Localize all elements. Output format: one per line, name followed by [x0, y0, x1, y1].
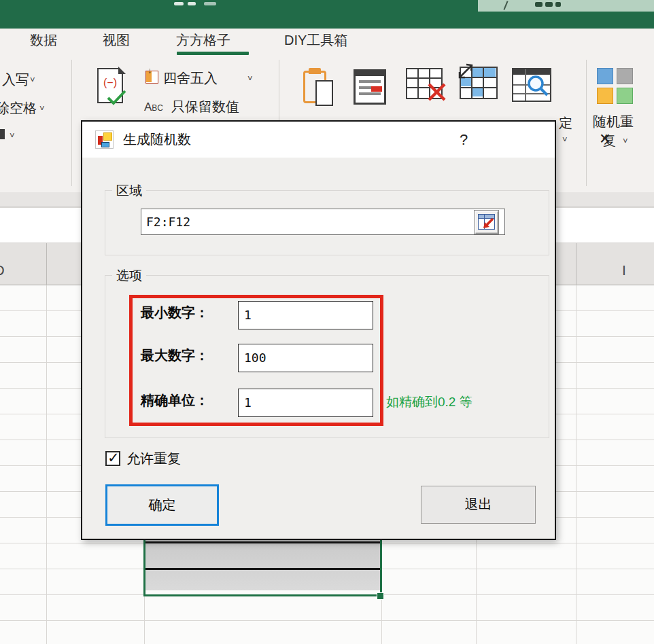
ribbon-item-case[interactable]: 入写 [2, 71, 29, 89]
cell-border [145, 541, 380, 543]
max-number-input[interactable]: 100 [238, 344, 373, 372]
precision-hint-text: 如精确到0.2 等 [386, 393, 472, 411]
ribbon-group-divider [71, 60, 72, 186]
allow-repeat-label: 允许重复 [126, 450, 181, 468]
keep-values-button[interactable]: 只保留数值 [171, 98, 239, 116]
chevron-down-icon: ˅ [10, 130, 15, 141]
pen-icon [503, 1, 508, 10]
share-button[interactable] [478, 0, 654, 12]
active-tab-underline [177, 52, 249, 55]
generate-random-dialog: 生成随机数 ? × 区域 F2:F12 选项 最小数字： 1 最大数字： 1 [81, 120, 556, 540]
document-summary-icon[interactable] [354, 69, 386, 105]
range-group-label: 区域 [112, 182, 146, 200]
dialog-title: 生成随机数 [123, 122, 191, 158]
precision-unit-label: 精确单位： [141, 391, 209, 410]
delete-table-icon[interactable] [406, 68, 443, 99]
dialog-titlebar[interactable]: 生成随机数 ? × [82, 122, 555, 158]
help-button[interactable]: ? [453, 122, 474, 158]
ribbon-item-remove-spaces[interactable]: 除空格 [0, 99, 37, 118]
chevron-down-icon: ˅ [30, 75, 35, 85]
chevron-down-icon: ˅ [623, 136, 628, 146]
rounding-icon: ↓ [145, 71, 158, 84]
locate-label-fragment: 定 [559, 114, 572, 132]
options-group-label: 选项 [112, 267, 146, 285]
random-repeat-icon[interactable] [597, 68, 635, 106]
close-icon[interactable]: × [591, 120, 619, 158]
clipped-glyph-fragment [0, 129, 5, 139]
tab-ffcell[interactable]: 方方格子 [176, 31, 230, 50]
abc-icon: Abc [144, 101, 163, 114]
excel-window: 数据 视图 方方格子 DIY工具箱 入写 ˅ 除空格 ˅ ˅ (−) ↓ 四舍五… [0, 0, 654, 644]
min-number-input[interactable]: 1 [238, 301, 373, 329]
ffcell-app-icon [95, 130, 114, 149]
tab-diy-toolbox[interactable]: DIY工具箱 [284, 31, 347, 50]
selected-range[interactable] [143, 535, 385, 603]
ok-button[interactable]: 确定 [105, 484, 219, 526]
ribbon-tab-row: 数据 视图 方方格子 DIY工具箱 [0, 29, 654, 56]
selection-border-right [380, 535, 382, 596]
numeric-check-icon[interactable]: (−) [97, 68, 124, 105]
column-header-i[interactable]: I [616, 262, 632, 279]
selection-border-left [143, 535, 145, 596]
clipped-text-fragment [555, 2, 561, 7]
window-title-fragment [204, 2, 216, 5]
find-locate-icon[interactable] [512, 68, 551, 102]
ribbon-group-divider [586, 60, 587, 186]
max-number-label: 最大数字： [141, 346, 209, 365]
range-input[interactable]: F2:F12 [141, 209, 505, 235]
range-picker-button[interactable] [474, 210, 499, 234]
allow-repeat-checkbox[interactable]: ✓ [105, 451, 120, 466]
fill-handle[interactable] [377, 592, 384, 600]
paste-clipboard-icon[interactable] [303, 68, 334, 107]
grid-vline [46, 285, 47, 644]
min-number-label: 最小数字： [141, 304, 209, 322]
window-titlebar [0, 0, 654, 29]
chevron-down-icon: ˅ [39, 103, 45, 113]
clipped-text-fragment [535, 2, 543, 7]
selection-border-bottom [143, 594, 382, 596]
swap-table-icon[interactable] [460, 67, 498, 99]
window-title-fragment [174, 2, 184, 5]
tab-view[interactable]: 视图 [103, 31, 130, 50]
window-title-fragment [188, 2, 196, 5]
chevron-down-icon: ˅ [562, 135, 568, 145]
tab-data[interactable]: 数据 [30, 31, 57, 50]
exit-button[interactable]: 退出 [421, 486, 536, 524]
clipped-text-fragment [545, 2, 553, 7]
column-header-d[interactable]: D [0, 262, 7, 279]
check-icon: ✓ [107, 450, 120, 466]
rounding-button[interactable]: 四舍五入 [163, 69, 218, 88]
cell-border [145, 568, 380, 570]
grid-vline [576, 285, 576, 644]
chevron-down-icon: ˅ [247, 73, 253, 84]
precision-unit-input[interactable]: 1 [238, 389, 373, 417]
